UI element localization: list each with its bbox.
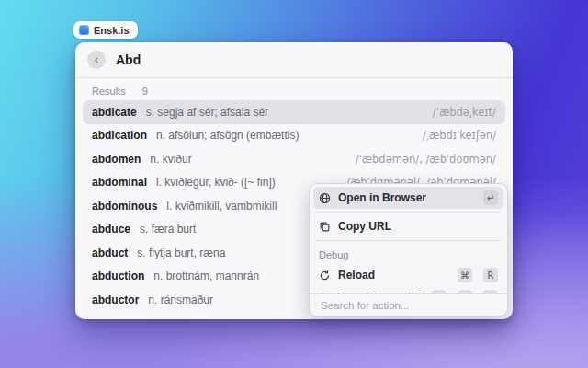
menu-item-copy-url[interactable]: Copy URL bbox=[313, 215, 503, 237]
result-word: abdomen bbox=[92, 153, 141, 166]
globe-icon bbox=[319, 192, 331, 204]
extension-icon bbox=[79, 25, 89, 35]
page-title: Abd bbox=[116, 52, 141, 67]
menu-divider bbox=[315, 240, 502, 241]
extension-tab[interactable]: Ensk.is bbox=[74, 21, 138, 39]
copy-icon bbox=[319, 221, 331, 233]
result-row-abdicate[interactable]: abdicates. segja af sér; afsala sér/ˈæbd… bbox=[83, 100, 505, 124]
results-count: 9 bbox=[142, 86, 148, 97]
action-search-input[interactable] bbox=[319, 299, 498, 312]
result-word: abduct bbox=[92, 247, 128, 259]
result-pronunciation: /ˈæbdəmən/, /æbˈdoʊmən/ bbox=[356, 153, 496, 166]
result-row-abdomen[interactable]: abdomenn. kviður/ˈæbdəmən/, /æbˈdoʊmən/ bbox=[83, 147, 505, 171]
keycap: ⌘ bbox=[458, 268, 472, 282]
action-menu-panel: Open in Browser↵Copy URL Debug Reload⌘RO… bbox=[309, 183, 508, 316]
back-button[interactable]: ‹ bbox=[87, 51, 106, 69]
result-word: abdominous bbox=[92, 200, 157, 213]
menu-item-open-in-browser[interactable]: Open in Browser↵ bbox=[313, 187, 503, 209]
results-label: Results bbox=[92, 86, 126, 97]
result-word: abduction bbox=[92, 270, 144, 282]
result-word: abdicate bbox=[92, 106, 137, 119]
result-definition: n. kviður bbox=[150, 153, 347, 166]
menu-item-label: Open in Browser bbox=[338, 191, 472, 204]
result-definition: n. afsölun; afsögn (embættis) bbox=[156, 129, 415, 142]
extension-tab-label: Ensk.is bbox=[94, 25, 130, 36]
window-header: ‹ Abd bbox=[75, 42, 513, 78]
reload-icon bbox=[319, 270, 331, 282]
results-header: Results 9 bbox=[75, 78, 513, 100]
result-word: abdication bbox=[92, 129, 147, 142]
result-row-abdication[interactable]: abdicationn. afsölun; afsögn (embættis)/… bbox=[83, 124, 505, 148]
menu-section-label: Debug bbox=[313, 244, 503, 264]
result-word: abdominal bbox=[92, 176, 147, 189]
action-search-bar bbox=[310, 293, 507, 316]
launcher-window: ‹ Abd Results 9 abdicates. segja af sér;… bbox=[75, 42, 513, 319]
result-definition: s. segja af sér; afsala sér bbox=[146, 106, 425, 119]
result-pronunciation: /ˈæbdəˌkeɪt/ bbox=[433, 106, 496, 119]
keycap: R bbox=[483, 268, 498, 282]
result-pronunciation: /ˌæbdɪˈkeɪʃən/ bbox=[423, 129, 496, 142]
menu-divider bbox=[315, 212, 502, 213]
chevron-left-icon: ‹ bbox=[95, 53, 98, 65]
keycap: ↵ bbox=[483, 190, 498, 205]
menu-item-label: Reload bbox=[338, 269, 447, 282]
result-word: abductor bbox=[92, 293, 139, 306]
menu-item-label: Copy URL bbox=[338, 220, 498, 233]
menu-item-reload[interactable]: Reload⌘R bbox=[313, 264, 503, 286]
result-word: abduce bbox=[92, 223, 130, 236]
